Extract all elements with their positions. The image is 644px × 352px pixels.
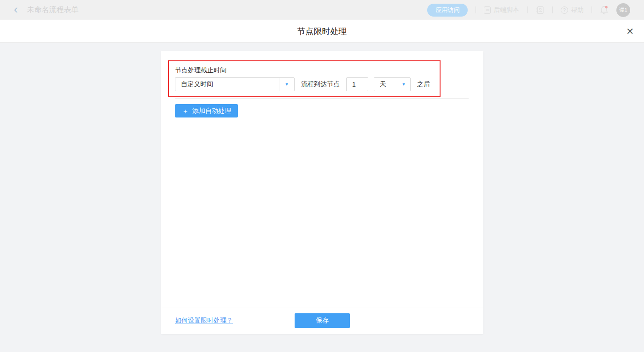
- app-access-button[interactable]: 应用访问: [427, 4, 468, 17]
- time-type-value: 自定义时间: [181, 80, 213, 88]
- topbar-right: 应用访问 </> 后端脚本 ? 帮助: [427, 3, 630, 17]
- screen: ‹ 未命名流程表单 应用访问 </> 后端脚本 ? 帮助: [0, 0, 644, 352]
- modal-header: 节点限时处理 ✕: [0, 20, 644, 43]
- duration-input[interactable]: [346, 77, 368, 91]
- add-auto-process-label: 添加自动处理: [192, 107, 231, 115]
- chevron-down-icon: ▼: [397, 78, 410, 91]
- notifications-button[interactable]: [600, 5, 609, 15]
- document-title: 未命名流程表单: [27, 5, 79, 15]
- code-icon: </>: [484, 6, 491, 14]
- reach-node-label: 流程到达节点: [301, 80, 340, 88]
- backend-script-label: 后端脚本: [493, 6, 519, 14]
- modal-title: 节点限时处理: [0, 20, 644, 42]
- avatar[interactable]: 谭1: [616, 3, 630, 17]
- close-icon[interactable]: ✕: [626, 27, 634, 36]
- divider: [175, 98, 469, 99]
- bell-icon: [600, 5, 609, 15]
- plus-icon: ＋: [182, 107, 189, 114]
- time-type-select[interactable]: 自定义时间 ▼: [175, 77, 295, 91]
- divider: [552, 6, 553, 13]
- chevron-down-icon: ▼: [279, 78, 294, 91]
- deadline-label: 节点处理截止时间: [175, 66, 226, 75]
- contacts-button[interactable]: [535, 6, 545, 15]
- back-icon[interactable]: ‹: [14, 3, 18, 15]
- help-button[interactable]: ? 帮助: [561, 6, 584, 14]
- help-label: 帮助: [571, 6, 584, 14]
- divider: [527, 6, 528, 13]
- save-button[interactable]: 保存: [295, 313, 350, 328]
- how-to-set-link[interactable]: 如何设置限时处理？: [175, 317, 233, 325]
- topbar-left: ‹ 未命名流程表单: [14, 4, 79, 16]
- after-label: 之后: [417, 80, 430, 88]
- settings-card: 节点处理截止时间 自定义时间 ▼ 流程到达节点 天 ▼ 之后 ＋ 添加自动处理 …: [161, 51, 483, 334]
- unit-value: 天: [380, 80, 386, 88]
- backend-script-button[interactable]: </> 后端脚本: [484, 6, 519, 14]
- contacts-icon: [535, 6, 545, 15]
- card-footer: 如何设置限时处理？ 保存: [161, 307, 483, 334]
- unit-select[interactable]: 天 ▼: [374, 77, 411, 91]
- divider: [592, 6, 592, 13]
- divider: [476, 6, 476, 13]
- add-auto-process-button[interactable]: ＋ 添加自动处理: [175, 104, 238, 117]
- question-icon: ?: [561, 6, 568, 14]
- topbar: ‹ 未命名流程表单 应用访问 </> 后端脚本 ? 帮助: [0, 0, 644, 20]
- deadline-form-row: 自定义时间 ▼ 流程到达节点 天 ▼ 之后: [175, 77, 430, 91]
